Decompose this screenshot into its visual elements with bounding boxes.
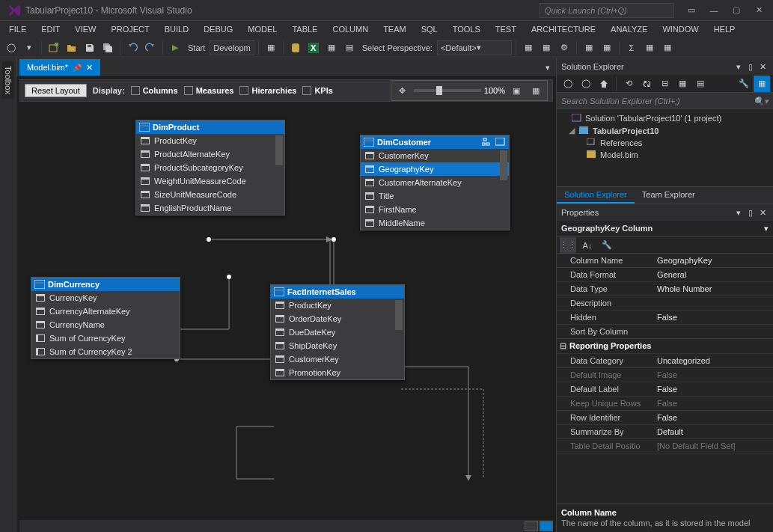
tab-solution-explorer[interactable]: Solution Explorer (557, 187, 635, 204)
alphabetical-button[interactable]: A↓ (579, 237, 596, 254)
refresh-button[interactable]: 🗘 (638, 76, 655, 92)
property-row[interactable]: Description (557, 296, 773, 311)
dropdown-icon[interactable]: ▾ (733, 208, 745, 218)
save-all-button[interactable] (100, 40, 116, 56)
menu-build[interactable]: BUILD (157, 23, 196, 35)
table-factinternetsales[interactable]: FactInternetSales ProductKey OrderDateKe… (270, 284, 405, 380)
column-row[interactable]: PromotionKey (271, 366, 404, 379)
solution-node[interactable]: Solution 'TabularProject10' (1 project) (558, 112, 772, 124)
tool-group-btn[interactable]: Σ (623, 40, 640, 56)
column-row[interactable]: ProductKey (271, 299, 404, 312)
menu-model[interactable]: MODEL (240, 23, 284, 35)
column-row[interactable]: ShipDateKey (271, 339, 404, 352)
close-icon[interactable]: ✕ (757, 208, 769, 218)
property-row[interactable]: Summarize ByDefault (557, 425, 773, 439)
tool-group-btn[interactable]: ▦ (520, 40, 537, 56)
property-row[interactable]: Keep Unique RowsFalse (557, 397, 773, 411)
column-row[interactable]: CustomerKey (271, 352, 404, 366)
close-icon[interactable]: ✕ (86, 63, 93, 73)
nav-back-button[interactable]: ◯ (3, 40, 19, 56)
property-row[interactable]: Data FormatGeneral (557, 268, 773, 282)
diagram-canvas[interactable]: DimProduct ProductKey ProductAlternateKe… (19, 105, 553, 529)
property-category[interactable]: ⊟Reporting Properties (557, 339, 773, 354)
horizontal-scrollbar[interactable] (19, 520, 553, 532)
measure-row[interactable]: Sum of CurrencyKey (31, 331, 180, 345)
column-row[interactable]: SizeUnitMeasureCode (136, 188, 284, 201)
tool-group-btn[interactable]: ▦ (581, 40, 597, 56)
property-row[interactable]: Column NameGeographyKey (557, 254, 773, 268)
calc-icon[interactable]: ▤ (341, 40, 358, 56)
property-row[interactable]: Table Detail Positio[No Default Field Se… (557, 439, 773, 453)
tab-dropdown[interactable]: ▾ (540, 59, 556, 76)
tree-icon[interactable] (482, 138, 492, 147)
pin-icon[interactable]: 📌 (73, 64, 82, 72)
table-dimcustomer[interactable]: DimCustomer CustomerKey GeographyKey Cus… (360, 135, 510, 230)
menu-tools[interactable]: TOOLS (445, 23, 488, 35)
table-icon[interactable]: ▦ (323, 40, 340, 56)
dropdown-icon[interactable]: ▾ (733, 62, 745, 72)
menu-column[interactable]: COLUMN (325, 23, 376, 35)
menu-view[interactable]: VIEW (67, 23, 103, 35)
columns-checkbox[interactable]: Columns (131, 86, 178, 95)
toolbox-tab[interactable]: Toolbox (2, 61, 14, 99)
fwd-button[interactable]: ◯ (578, 76, 594, 92)
menu-window[interactable]: WINDOW (655, 23, 706, 35)
grid-view-button[interactable] (525, 521, 538, 531)
sync-button[interactable]: ⟲ (620, 76, 637, 92)
table-dimcurrency[interactable]: DimCurrency CurrencyKey CurrencyAlternat… (31, 277, 180, 359)
save-button[interactable] (82, 40, 98, 56)
categorized-button[interactable]: ⋮⋮ (560, 237, 576, 254)
quick-launch-input[interactable]: Quick Launch (Ctrl+Q) (540, 3, 674, 18)
menu-table[interactable]: TABLE (284, 23, 325, 35)
column-row[interactable]: WeightUnitMeasureCode (136, 174, 284, 188)
document-tab-model[interactable]: Model.bim* 📌 ✕ (19, 59, 100, 76)
tab-team-explorer[interactable]: Team Explorer (635, 187, 703, 204)
expand-icon[interactable] (495, 138, 506, 147)
tool-group-btn[interactable]: ▦ (641, 40, 658, 56)
pin-icon[interactable]: ▯ (745, 208, 757, 218)
column-row[interactable]: GeographyKey (361, 162, 509, 176)
menu-help[interactable]: HELP (706, 23, 743, 35)
column-row[interactable]: EnglishProductName (136, 201, 284, 215)
menu-analyze[interactable]: ANALYZE (603, 23, 655, 35)
property-row[interactable]: Data CategoryUncategorized (557, 354, 773, 368)
nav-fwd-button[interactable]: ▾ (21, 40, 37, 56)
model-file-node[interactable]: Model.bim (558, 149, 772, 161)
menu-project[interactable]: PROJECT (103, 23, 156, 35)
column-row[interactable]: ProductSubcategoryKey (136, 161, 284, 174)
measures-checkbox[interactable]: Measures (184, 86, 234, 95)
column-row[interactable]: ProductKey (136, 134, 284, 147)
tool-group-btn[interactable]: ▦ (599, 40, 615, 56)
tool-group-btn[interactable]: ▦ (659, 40, 676, 56)
undo-button[interactable] (124, 40, 141, 56)
property-row[interactable]: HiddenFalse (557, 311, 773, 325)
zoom-slider[interactable] (414, 89, 481, 92)
column-row[interactable]: CustomerKey (361, 149, 509, 162)
new-project-button[interactable] (46, 40, 62, 56)
column-row[interactable]: CurrencyAlternateKey (31, 305, 180, 318)
property-row[interactable]: Default LabelFalse (557, 382, 773, 397)
view-button[interactable]: ▦ (754, 76, 770, 92)
original-icon[interactable]: ▦ (528, 82, 544, 99)
kpis-checkbox[interactable]: KPIs (302, 86, 332, 95)
hierarchies-checkbox[interactable]: Hierarchies (239, 86, 296, 95)
column-row[interactable]: ProductAlternateKey (136, 147, 284, 161)
maximize-button[interactable]: ▢ (725, 2, 748, 19)
redo-button[interactable] (142, 40, 159, 56)
minimize-button[interactable]: — (703, 2, 725, 19)
menu-edit[interactable]: EDIT (34, 23, 67, 35)
home-button[interactable] (596, 76, 612, 92)
menu-file[interactable]: FILE (1, 23, 34, 35)
menu-team[interactable]: TEAM (376, 23, 414, 35)
back-button[interactable]: ◯ (560, 76, 576, 92)
column-row[interactable]: OrderDateKey (271, 312, 404, 325)
scrollbar[interactable] (275, 135, 283, 165)
start-label[interactable]: Start (185, 43, 208, 52)
properties-object[interactable]: GeographyKey Column▾ (557, 221, 773, 237)
menu-sql[interactable]: SQL (414, 23, 445, 35)
column-row[interactable]: CurrencyKey (31, 291, 180, 305)
collapse-button[interactable]: ⊟ (656, 76, 673, 92)
close-icon[interactable]: ✕ (757, 62, 769, 72)
table-dimproduct[interactable]: DimProduct ProductKey ProductAlternateKe… (135, 120, 285, 215)
solution-search-input[interactable]: Search Solution Explorer (Ctrl+;) 🔍 ▾ (557, 93, 773, 109)
